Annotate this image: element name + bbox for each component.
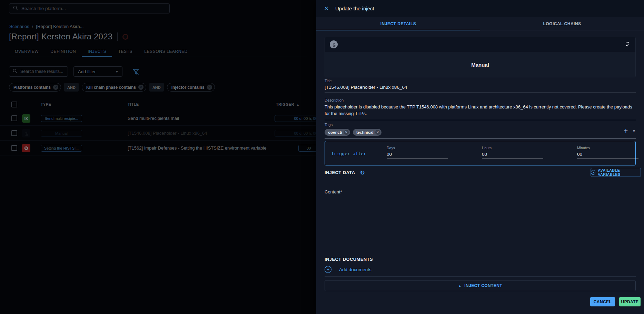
drawer-tabs: INJECT DETAILS LOGICAL CHAINS [316,17,644,30]
remove-tag-icon[interactable]: ✕ [344,130,349,135]
route-icon[interactable] [624,41,631,49]
update-inject-drawer: ✕ Update the inject INJECT DETAILS LOGIC… [316,0,644,314]
collapse-up-icon: ▲ [458,284,462,288]
add-tag-icon[interactable]: + [624,128,628,134]
inject-data-heading: INJECT DATA↻ [325,169,365,177]
add-documents-label: Add documents [339,267,371,272]
days-label: Days [387,146,448,150]
screen: Scenarios / [Report] Kersten Akira... [R… [0,0,644,314]
trigger-after-label: Trigger after [331,151,366,156]
tab-inject-details[interactable]: INJECT DETAILS [316,17,480,30]
tags-label: Tags [325,123,636,127]
drawer-title: Update the inject [335,6,374,11]
description-label: Description [325,98,636,102]
content-label: Content* [325,189,342,194]
tags-actions: + ▼ [624,128,636,134]
inject-content-label: INJECT CONTENT [464,283,502,288]
tag-chip-technical[interactable]: technical ✕ [353,129,382,136]
injector-avatar [330,40,338,48]
tag-chips: opencti ✕ technical ✕ [325,129,636,136]
chevron-down-icon[interactable]: ▼ [632,129,636,133]
injector-card: Manual [325,37,636,77]
days-input[interactable] [387,150,448,159]
title-field: Title [325,79,636,93]
minutes-label: Minutes [577,146,638,150]
title-label: Title [325,79,636,83]
refresh-icon[interactable]: ↻ [360,169,365,177]
tag-chip-opencti[interactable]: opencti ✕ [325,129,350,136]
trigger-after-fieldset: Trigger after Days Hours Minutes [325,141,636,165]
available-variables-label: AVAILABLE VARIABLES [598,168,641,177]
minutes-input[interactable] [577,150,638,159]
trigger-days-field: Days [387,146,448,159]
tag-label: technical [356,130,374,134]
add-documents-button[interactable]: + Add documents [325,266,371,273]
hours-input[interactable] [482,150,543,159]
trigger-hours-field: Hours [482,146,543,159]
injector-card-header [325,37,635,52]
tab-logical-chains[interactable]: LOGICAL CHAINS [480,17,644,30]
add-icon: + [325,266,331,273]
available-variables-button[interactable]: ? AVAILABLE VARIABLES [591,168,641,177]
cancel-button[interactable]: CANCEL [590,297,615,306]
modal-backdrop[interactable] [0,0,316,314]
tag-label: opencti [328,130,342,134]
description-field: Description This placeholder is disabled… [325,98,636,120]
trigger-minutes-field: Minutes [577,146,638,159]
inject-documents-heading: INJECT DOCUMENTS [325,257,373,262]
drawer-header: ✕ Update the inject [316,0,644,17]
remove-tag-icon[interactable]: ✕ [375,130,380,135]
inject-data-label: INJECT DATA [325,170,355,175]
active-tab-indicator [316,30,480,30]
hours-label: Hours [482,146,543,150]
description-input[interactable]: This placeholder is disabled because the… [325,102,636,120]
help-icon: ? [591,170,595,175]
update-button[interactable]: UPDATE [619,297,641,306]
tags-field[interactable]: Tags opencti ✕ technical ✕ + ▼ [325,123,636,139]
close-icon[interactable]: ✕ [323,5,330,12]
inject-content-toggle[interactable]: ▲ INJECT CONTENT [325,280,636,291]
title-input[interactable] [325,83,636,93]
documents-divider [325,276,636,277]
injector-name: Manual [325,52,635,77]
